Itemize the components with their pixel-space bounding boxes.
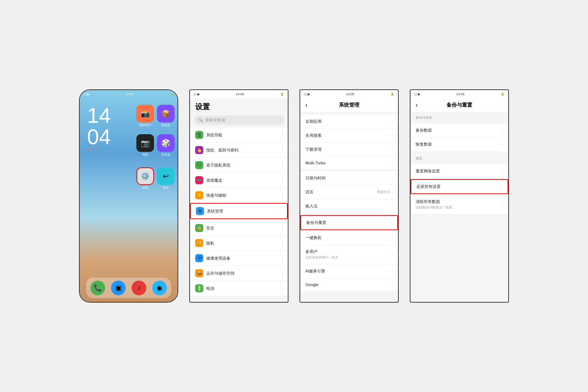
backup-item-restore-all[interactable]: 还原所有设置 ›: [410, 179, 508, 194]
settings-item-shortcut[interactable]: ⚡ 快捷与辅助 ›: [190, 188, 288, 203]
arrow-battery: ›: [282, 286, 283, 291]
settings-label-storage: 运存与储存空间: [206, 271, 234, 276]
status-right-icons: 🔋: [170, 92, 174, 96]
home-time-display: 14:04: [125, 92, 134, 96]
label-transfer: 一键换机: [305, 235, 322, 240]
sysm-item-backup[interactable]: 备份与重置 ›: [300, 215, 398, 230]
backup-header: ‹ 备份与重置: [410, 98, 508, 113]
dock-browser[interactable]: ◉: [152, 281, 167, 295]
sysm-item-input[interactable]: 输入法 ›: [300, 199, 398, 213]
label-download: 下载管理: [305, 147, 322, 152]
settings-label-gamebox: 游戏魔盒: [206, 178, 222, 183]
sysm-item-transfer[interactable]: 一键换机 ›: [300, 231, 398, 245]
dock-music[interactable]: ♪: [132, 281, 146, 295]
backup-group-1: 备份数据 › 恢复数据 ›: [410, 124, 508, 151]
settings-label-fingerprint: 指纹、面部与密码: [206, 147, 239, 153]
settings-item-storage[interactable]: 📦 运存与储存空间 ›: [190, 266, 288, 281]
value-language: 简体中文: [377, 190, 390, 195]
settings-item-system-mgmt[interactable]: ⚙ 系统管理 ›: [190, 203, 288, 219]
sysm-group-1: 近期应用 › 全局搜索 › 下载管理 › Multi-Turbo ›: [300, 115, 398, 169]
status-bar-home: ◻ ▶ 14:04 🔋: [80, 90, 178, 98]
backup-item-factory-reset[interactable]: 清除所有数据 清除数据并恢复出厂设置。 ›: [410, 195, 508, 214]
app-item-1[interactable]: 📸 闹钟助手: [136, 105, 154, 127]
sysm-title: 系统管理: [339, 102, 359, 108]
icon-gamebox: 🎮: [195, 176, 203, 184]
sysm-item-language[interactable]: 语言 简体中文 ›: [300, 185, 398, 199]
phone-home-screen: ◻ ▶ 14:04 🔋 14 04 04 / 01 📸 闹钟助手 📦 安卓盒 �: [79, 89, 178, 303]
sysm-item-search[interactable]: 全局搜索 ›: [300, 129, 398, 143]
settings-status-bar: ◻ ▶ 14:04 🔋: [190, 90, 288, 98]
sysm-group-3: 备份与重置 › 一键换机 › 多用户 当前登录的用户：机主 › AI服务引擎 ›: [300, 215, 398, 291]
settings-item-fingerprint[interactable]: 👆 指纹、面部与密码 ›: [190, 143, 288, 158]
sysm-item-turbo[interactable]: Multi-Turbo ›: [300, 157, 398, 169]
sysm-group-2: 日期与时间 › 语言 简体中文 › 输入法 ›: [300, 171, 398, 213]
sysm-item-download[interactable]: 下载管理 ›: [300, 143, 398, 157]
label-input: 输入法: [305, 203, 318, 209]
label-backup: 备份与重置: [306, 220, 326, 225]
settings-time: 14:04: [236, 92, 244, 96]
app-label-1: 闹钟助手: [139, 123, 151, 127]
backup-item-restore-data[interactable]: 恢复数据 ›: [410, 138, 508, 151]
settings-item-navigation[interactable]: ☰ 系统导航 ›: [190, 128, 288, 143]
settings-group-2: 🔒 安全 › 🔐 隐私 › 💙 健康使用设备 › 📦 运存与储存空间 › 🔋: [190, 221, 288, 296]
home-clock-hour: 14: [87, 105, 111, 126]
sysm-item-datetime[interactable]: 日期与时间 ›: [300, 171, 398, 185]
app-icon-photo: 📸: [136, 105, 154, 122]
arrow-turbo: ›: [392, 161, 393, 165]
arrow-reset-network: ›: [502, 169, 503, 173]
settings-label-battery: 电池: [206, 286, 214, 291]
backup-status-left: ◻ ▶: [414, 92, 420, 96]
arrow-restore-all: ›: [501, 185, 502, 189]
search-placeholder: 搜索设置项: [205, 117, 225, 123]
icon-battery: 🔋: [195, 284, 203, 292]
sysm-item-ai[interactable]: AI服务引擎 ›: [300, 264, 398, 278]
sysm-item-multiuser[interactable]: 多用户 当前登录的用户：机主 ›: [300, 245, 398, 264]
arrow-shortcut: ›: [282, 193, 283, 197]
backup-group-2: 重置网络设置 › 还原所有设置 › 清除所有数据 清除数据并恢复出厂设置。 ›: [410, 164, 508, 214]
label-search: 全局搜索: [305, 133, 322, 138]
arrow-recent: ›: [392, 120, 393, 124]
settings-label-system-mgmt: 系统管理: [207, 209, 223, 214]
dock-phone[interactable]: 📞: [90, 281, 105, 295]
settings-label-health: 健康使用设备: [206, 256, 230, 261]
dock-apps[interactable]: ▣: [111, 281, 126, 295]
app-item-2[interactable]: 📦 安卓盒: [157, 105, 175, 127]
settings-item-priv2[interactable]: 🔐 隐私 ›: [190, 236, 288, 251]
back-button[interactable]: ‹: [305, 102, 307, 108]
settings-item-battery[interactable]: 🔋 电池 ›: [190, 281, 288, 296]
app-item-4[interactable]: 🎲 安卓盒: [157, 134, 175, 157]
app-label-2: 安卓盒: [161, 123, 170, 127]
sysm-item-recent[interactable]: 近期应用 ›: [300, 115, 398, 129]
app-item-3[interactable]: 📷 相机: [136, 134, 154, 157]
settings-item-privacy[interactable]: 🛡 原子隐私系统 ›: [190, 158, 288, 173]
arrow-backup-data: ›: [502, 128, 503, 132]
backup-status-bar: ◻ ▶ 14:05 🔋: [410, 90, 508, 98]
settings-label-priv2: 隐私: [206, 240, 214, 246]
backup-item-backup-data[interactable]: 备份数据 ›: [410, 124, 508, 138]
settings-search[interactable]: 🔍 搜索设置项: [194, 115, 283, 125]
arrow-factory-reset: ›: [502, 203, 503, 207]
backup-title: 备份与重置: [447, 102, 472, 108]
arrow-backup: ›: [391, 221, 392, 225]
settings-group-1: ☰ 系统导航 › 👆 指纹、面部与密码 › 🛡 原子隐私系统 › 🎮 游戏魔盒 …: [190, 128, 288, 219]
app-item-settings[interactable]: ⚙️ 设置: [136, 167, 154, 190]
settings-item-gamebox[interactable]: 🎮 游戏魔盒 ›: [190, 173, 288, 188]
home-date: 04 / 01: [87, 147, 100, 152]
settings-item-security[interactable]: 🔒 安全 ›: [190, 221, 288, 236]
backup-reset-screen: ◻ ▶ 14:05 🔋 ‹ 备份与重置 备份与恢复 备份数据 › 恢复数据 ›: [410, 90, 508, 302]
settings-label-privacy: 原子隐私系统: [206, 163, 230, 168]
sysm-item-google[interactable]: Google ›: [300, 278, 398, 291]
arrow-priv2: ›: [282, 241, 283, 245]
sysm-status-bar: ◻ ▶ 14:05 🔋: [300, 90, 398, 98]
app-item-5[interactable]: ↩ 蓝绿: [157, 167, 175, 190]
app-label-5: 蓝绿: [163, 186, 169, 190]
search-icon: 🔍: [198, 118, 203, 122]
sub-multiuser: 当前登录的用户：机主: [305, 255, 338, 260]
settings-status-left: ◻ ▶: [194, 92, 200, 96]
backup-item-reset-network[interactable]: 重置网络设置 ›: [410, 164, 508, 178]
backup-reset-frame: ◻ ▶ 14:05 🔋 ‹ 备份与重置 备份与恢复 备份数据 › 恢复数据 ›: [410, 89, 509, 303]
backup-back-button[interactable]: ‹: [416, 102, 417, 108]
sub-factory-reset: 清除数据并恢复出厂设置。: [416, 205, 455, 210]
settings-item-health[interactable]: 💙 健康使用设备 ›: [190, 251, 288, 266]
arrow-health: ›: [282, 256, 283, 260]
